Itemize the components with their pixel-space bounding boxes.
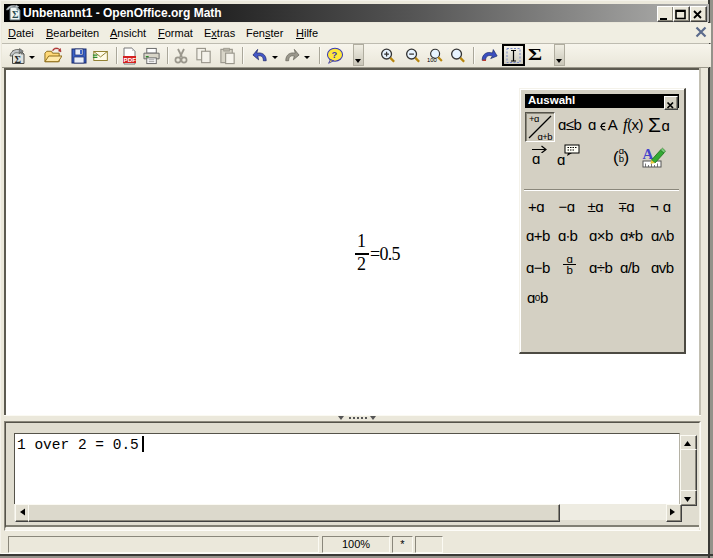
svg-text:PDF: PDF xyxy=(124,56,137,63)
svg-text:Σ: Σ xyxy=(12,9,19,20)
svg-text:100: 100 xyxy=(427,57,438,63)
svg-text:Σ: Σ xyxy=(15,54,22,65)
svg-text:?: ? xyxy=(332,49,338,60)
